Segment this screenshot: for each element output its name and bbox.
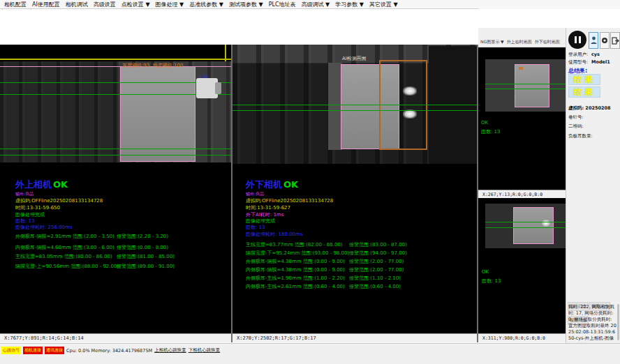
mid-view-statusbar: X:270;Y:2502;R:17;G:17;B:17 — [232, 333, 477, 342]
side-tab-lower-temp[interactable]: 外下临时画面 — [535, 39, 560, 45]
left-alarm-row: 报警范围:(89.00 - 91.00) — [117, 263, 175, 270]
mid-measure-row: 外侧极耳-隔膜=4.38mm 范围:(0.00 - 9.00) — [246, 258, 345, 265]
mid-time: 时间:13-31-59-627 — [246, 204, 290, 211]
exit-door-icon — [612, 37, 619, 45]
result-box-2: 结果 — [568, 86, 600, 98]
tool-plc-address[interactable]: PLC地址表 — [269, 1, 296, 8]
left-ok-badge: OK — [53, 179, 68, 190]
mid-bright-spot-1 — [403, 86, 417, 96]
left-camera-result: 外上相机OK — [15, 179, 68, 191]
mid-alarm-row: 报警范围:(83.00 - 87.00) — [349, 241, 407, 248]
qrcode-label: 二维码: — [568, 123, 584, 130]
left-roller-tip — [215, 82, 221, 94]
settings-button[interactable] — [600, 32, 610, 49]
side-bottom-view[interactable]: OK 图数: 13 — [478, 198, 566, 333]
left-measure-row: 主线宽度=83.05mm 范围:(80.00 - 86.00) — [15, 253, 112, 260]
tool-advanced-settings[interactable]: 高级设置 — [94, 1, 116, 8]
left-marker-label: R:88 — [199, 74, 209, 79]
camera-connect-badge: 相机连接 — [23, 347, 43, 354]
left-yellow-vertical-line — [225, 45, 226, 63]
login-user-value: cys — [591, 52, 600, 57]
side-bottom-bright-spot — [542, 220, 550, 227]
mid-ok-badge: OK — [283, 179, 298, 190]
mid-output-label: 输出:良品 — [246, 191, 264, 197]
side-bottom-green-line-2 — [485, 227, 566, 228]
side-bottom-overlay-2: 图数: 13 — [482, 278, 501, 285]
tool-camera-debug[interactable]: 相机调试 — [66, 1, 88, 8]
tool-image-processing[interactable]: 图像处理 ▼ — [156, 1, 184, 8]
tool-other-settings[interactable]: 其它设置 ▼ — [369, 1, 398, 8]
tool-spot-check[interactable]: 点检设置 ▼ — [121, 1, 150, 8]
left-green-line-3 — [0, 149, 231, 149]
side-top-statusbar: X:267;Y:13;R:0;G:0;B:0 — [478, 190, 566, 198]
left-alarm-row: 报警范围:(2.20 - 3.20) — [117, 233, 168, 240]
side-top-overlay-1: OK — [481, 120, 488, 126]
pause-button[interactable] — [568, 31, 586, 49]
side-bottom-green-line-1 — [485, 222, 566, 222]
model-value: Model1 — [591, 59, 610, 65]
side-view-header: NG图显示 ▼ 外上临时画面 外下临时画面 — [478, 28, 566, 47]
tool-baseline-params[interactable]: 基准线参数 ▼ — [189, 1, 223, 8]
user-login-button[interactable] — [589, 32, 598, 49]
left-green-line-4 — [0, 155, 231, 156]
mid-camera-view[interactable]: AI检测画面 外下相机OK 输出:良品 虚拟码:OFFline202502081… — [232, 45, 477, 333]
left-time: 时间:13-31-59-650 — [15, 204, 60, 211]
cpu-memory-text: Cpu: 0.0% Memory: 3424.41796875M — [66, 348, 152, 354]
tool-advanced-debug[interactable]: 高级调试 ▼ — [302, 1, 330, 8]
user-icon — [591, 36, 597, 45]
side-bottom-statusbar: X:311;Y:980;R:0;G:0;B:0 — [478, 333, 566, 342]
side-top-orange-mark — [519, 67, 523, 70]
pause-icon — [575, 36, 577, 43]
left-image-shadow — [0, 61, 119, 162]
mid-green-line-2 — [232, 110, 477, 111]
side-tab-ng-display[interactable]: NG图显示 ▼ — [480, 39, 504, 45]
left-output-label: 输出:良品 — [15, 191, 34, 197]
exit-button[interactable] — [610, 32, 620, 49]
left-measure-row: 内侧极耳-隔膜=4.60mm 范围:(3.00 - 6.00) — [15, 244, 115, 251]
left-measure-row: 外侧极耳-隔膜=2.91mm 范围:(2.00 - 3.50) — [15, 233, 115, 240]
right-control-panel: 登录用户: cys 使用型号: Model1 总结果: 结果 结果 虚拟码: 2… — [566, 28, 620, 343]
tool-ai-use-config[interactable]: AI使用配置 — [32, 1, 60, 8]
left-alarm-row: 报警范围:(0.00 - 8.00) — [117, 244, 168, 251]
virtual-code: 虚拟码: 20250208 — [568, 105, 611, 112]
left-yellow-guide-line — [0, 59, 231, 60]
side-bottom-overlay-1: OK — [482, 269, 489, 275]
log-scrollbar[interactable] — [617, 304, 619, 340]
mid-alarm-row: 报警范围:(94.00 - 97.00) — [349, 250, 407, 257]
side-top-green-line-1 — [485, 84, 566, 84]
left-threshold-overlay: 灰度阈值:93, 动态阈值:100 — [122, 62, 183, 69]
mid-measure-row: 隔膜宽度-下=95.24mm 范围:(93.00 - 98.00) — [246, 250, 349, 257]
mid-alarm-row: 报警范围:(2.00 - 77.00) — [349, 266, 404, 273]
mid-frame-count: 图数: 13 — [246, 224, 265, 231]
side-top-overlay-2: 图数: 13 — [481, 128, 501, 135]
app-window: CYS-视觉检测系统 C 系统配置 相机配置 通讯配置 IO手配置 ▼ 光源控制… — [0, 0, 620, 364]
tool-camera-config[interactable]: 相机配置 — [4, 1, 27, 8]
negative-tab-count-label: 负极耳数量: — [568, 133, 593, 139]
mid-alarm-row: 报警范围:(0.60 - 4.00) — [349, 283, 401, 290]
tool-test-params[interactable]: 测试项参数 ▼ — [229, 1, 263, 8]
mid-barcode: 虚拟码:OFFline20250208133134728 — [246, 197, 333, 204]
tool-learning-params[interactable]: 学习参数 ▼ — [335, 1, 364, 8]
side-tab-upper-temp[interactable]: 外上临时画面 — [507, 39, 532, 45]
gear-icon — [601, 37, 608, 44]
mid-green-line-1 — [232, 105, 477, 105]
left-measure-row: 隔膜宽度-上=90.56mm 范围:(88.00 - 92.00) — [15, 263, 119, 270]
left-view-statusbar: X:7677;Y:891;R:14;G:14;B:14 — [0, 333, 231, 342]
side-top-cell — [515, 64, 549, 107]
mid-alarm-row: 报警范围:(1.10 - 2.10) — [349, 275, 401, 282]
mid-measure-row: 外侧极耳-主线=1.90mm 范围:(1.00 - 2.20) — [246, 275, 345, 282]
comm-connect-badge: 通讯连接 — [45, 347, 64, 354]
log-text: 耗时: 222, 网络检测耗时: 17, 网络分类耗时: 0, 网络提取分类耗时… — [568, 304, 617, 349]
mid-alarm-row: 报警范围:(2.00 - 77.00) — [349, 258, 404, 265]
side-top-view[interactable]: OK 图数: 13 — [478, 47, 566, 190]
heartbeat-badge: 心跳信号 — [1, 347, 21, 354]
mid-measure-row: 内侧极耳-隔膜=4.38mm 范围:(0.00 - 9.00) — [246, 266, 345, 273]
lower-camera-heartbeat-link[interactable]: 下相机心跳恢复 — [189, 347, 221, 354]
upper-camera-heartbeat-link[interactable]: 上相机心跳恢复 — [154, 347, 186, 354]
mid-ai-overlay: AI检测画面 — [342, 55, 367, 62]
left-barcode: 虚拟码:OFFline20250208133134728 — [15, 197, 103, 204]
result-box-1: 结果 — [568, 74, 600, 85]
left-camera-view[interactable]: R:88 灰度阈值:93, 动态阈值:100 外上相机OK 输出:良品 虚拟码:… — [0, 45, 231, 333]
left-process-time: 图像处理耗时: 256.00ms — [15, 224, 73, 231]
mid-measure-row: 主线宽度=83.77mm 范围:(82.00 - 88.00) — [246, 241, 343, 248]
